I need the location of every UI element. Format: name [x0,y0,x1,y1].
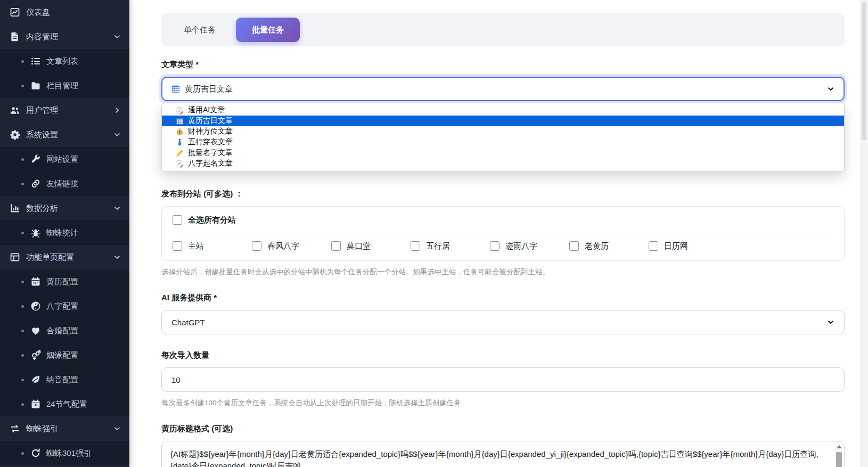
gear-icon [10,129,20,140]
dropdown-option[interactable]: 黄历吉日文章 [162,116,844,126]
sidebar-item-label: 系统设置 [26,130,58,140]
chevron-right-icon [113,106,121,114]
substation-checkbox[interactable]: 老黄历 [569,239,649,253]
sidebar-item[interactable]: 蜘蛛强引 [0,416,129,441]
chevron-down-icon [827,318,834,326]
sidebar-subitem[interactable]: 文章列表 [0,49,129,73]
main-content: 单个任务 批量任务 文章类型 * 黄历吉日文章 通用AI文章黄历吉日文章财神方位… [129,0,868,467]
sidebar-subitem-label: 24节气配置 [46,399,87,409]
substation-checkbox[interactable]: 五行居 [411,239,490,253]
substation-checkbox[interactable]: 主站 [173,239,252,253]
sidebar-subitem-label: 友情链接 [46,179,78,189]
checkbox-icon[interactable] [252,241,261,251]
bullet-dot [21,183,24,185]
page-scrollbar[interactable] [860,0,868,467]
sidebar-subitem[interactable]: 栏目管理 [0,73,129,98]
dropdown-option-label: 通用AI文章 [188,105,225,115]
sidebar-submenu: 文章列表栏目管理 [0,49,129,98]
substation-checkbox-label: 日历网 [664,241,688,251]
yinyang-icon [30,301,41,312]
checkbox-icon[interactable] [411,241,420,251]
sidebar-subitem-label: 八字配置 [46,301,78,312]
sidebar-item-label: 内容管理 [26,32,58,42]
sidebar-subitem-label: 蜘蛛统计 [46,228,78,238]
substation-checkbox[interactable]: 春风八字 [252,239,331,253]
sidebar-subitem-label: 文章列表 [46,56,78,67]
sidebar-subitem[interactable]: 24节气配置 [0,392,129,416]
scroll-up-arrow-icon[interactable] [837,445,842,448]
dropdown-option[interactable]: 五行穿衣文章 [162,137,844,148]
calendar-icon [30,276,41,287]
sidebar-item[interactable]: 系统设置 [0,122,129,147]
dropdown-option[interactable]: 八字起名文章 [162,158,844,169]
substation-checkbox[interactable]: 迹雨八字 [490,239,569,253]
dropdown-option[interactable]: 批量名字文章 [162,148,844,158]
title-format-textarea[interactable]: {AI标题}$${year}年{month}月{day}日老黄历适合{expan… [161,441,845,467]
sidebar-subitem[interactable]: 友情链接 [0,171,129,196]
sidebar-subitem[interactable]: 蜘蛛统计 [0,220,129,245]
page-scrollbar-thumb[interactable] [862,2,866,140]
chevron-down-icon [113,33,121,40]
dropdown-option-label: 批量名字文章 [188,148,233,158]
substations-help-text: 选择分站后，创建批量任务时会从选中的分站中随机为每个任务分配一个分站。如果选中主… [161,267,845,277]
dropdown-option[interactable]: 财神方位文章 [162,126,844,137]
substation-checkbox[interactable]: 日历网 [649,239,728,253]
textarea-scrollbar[interactable] [834,442,844,467]
table-icon [10,252,20,263]
sidebar-item[interactable]: 用户管理 [0,98,129,122]
ai-provider-field: AI 服务提供商 * ChatGPT [161,293,845,334]
sidebar-subitem[interactable]: 姻缘配置 [0,343,129,367]
select-all-substations-checkbox[interactable]: 全选所有分站 [173,213,833,227]
checkbox-icon[interactable] [173,241,182,251]
sidebar-group: 用户管理 [0,98,129,122]
article-type-dropdown: 通用AI文章黄历吉日文章财神方位文章五行穿衣文章批量名字文章八字起名文章 [161,103,845,171]
article-type-select[interactable]: 黄历吉日文章 [161,77,845,101]
calendar-grid-icon [171,85,180,93]
sidebar-nav: 仪表盘内容管理文章列表栏目管理用户管理系统设置网站设置友情链接数据分析蜘蛛统计功… [0,0,129,465]
sidebar-submenu: 蜘蛛统计 [0,220,129,245]
import-count-input[interactable] [161,367,845,392]
substations-label: 发布到分站 (可多选) ： [161,189,845,199]
sidebar-item[interactable]: 仪表盘 [0,0,129,24]
dropdown-option[interactable]: 通用AI文章 [162,105,844,116]
sidebar-subitem[interactable]: 网站设置 [0,147,129,171]
chevron-down-icon [827,85,834,93]
sidebar-group: 仪表盘 [0,0,129,24]
tab-single-task[interactable]: 单个任务 [169,18,231,42]
sidebar-subitem[interactable]: 合婚配置 [0,318,129,343]
tab-batch-task[interactable]: 批量任务 [236,18,300,42]
sidebar-item[interactable]: 数据分析 [0,196,129,220]
sidebar-group: 功能单页配置黄历配置八字配置合婚配置姻缘配置纳音配置24节气配置 [0,245,129,416]
sidebar-subitem[interactable]: 八字配置 [0,294,129,318]
link-icon [30,178,41,189]
checkbox-icon[interactable] [649,241,658,251]
substation-checkbox-label: 春风八字 [267,241,299,251]
writing-icon [176,149,184,157]
sidebar-subitem-label: 姻缘配置 [46,350,78,361]
title-format-label: 黄历标题格式 (可选) [161,424,845,434]
sidebar-subitem[interactable]: 蜘蛛301强引 [0,441,129,465]
calendar-grid-icon [176,117,184,125]
sidebar-item[interactable]: 功能单页配置 [0,245,129,269]
checkbox-icon[interactable] [569,241,579,251]
refresh-icon [30,448,41,458]
substation-checkbox-label: 老黄历 [585,241,609,251]
sidebar-subitem[interactable]: 纳音配置 [0,367,129,392]
gender-icon [30,350,41,361]
heart-icon [30,325,41,336]
checkbox-icon[interactable] [173,215,182,225]
checkbox-icon[interactable] [490,241,499,251]
dropdown-option-label: 财神方位文章 [188,127,233,136]
sidebar-subitem[interactable]: 黄历配置 [0,269,129,294]
sidebar-item[interactable]: 内容管理 [0,24,129,49]
spider-icon [30,227,41,238]
checkbox-icon[interactable] [331,241,341,251]
scrollbar-thumb[interactable] [836,452,842,467]
article-type-label: 文章类型 * [161,60,845,70]
substation-checkbox-label: 迹雨八字 [505,241,537,251]
substation-checkbox[interactable]: 莫口堂 [331,239,411,253]
ai-provider-select[interactable]: ChatGPT [161,310,845,334]
select-all-label: 全选所有分站 [188,215,236,225]
sidebar-group: 数据分析蜘蛛统计 [0,196,129,245]
sidebar-subitem-label: 蜘蛛301强引 [46,448,92,458]
